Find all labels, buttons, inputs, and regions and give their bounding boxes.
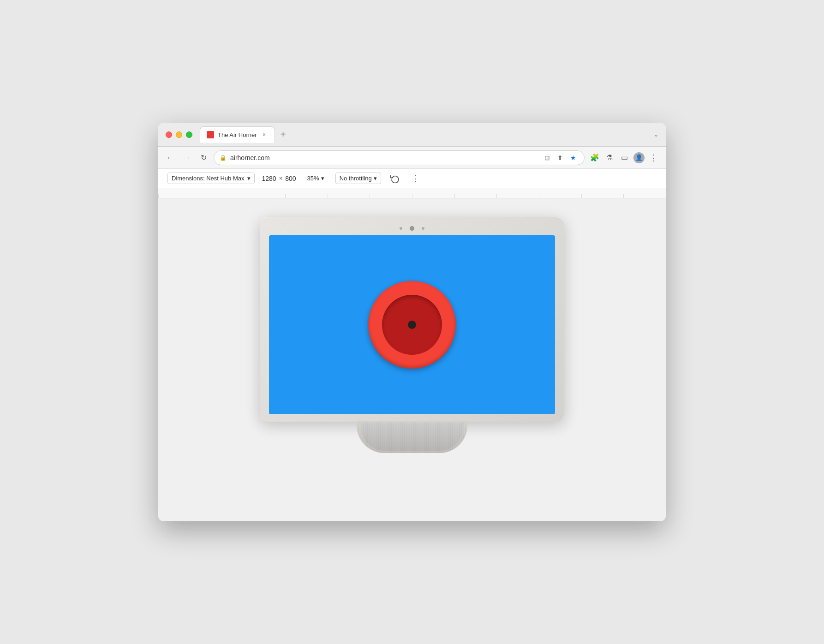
profile-icon[interactable]: 👤 [633,151,645,164]
ruler-mark [285,194,328,198]
device-name-label: Dimensions: Nest Hub Max [172,175,245,182]
tab-bar: The Air Horner × + ⌄ [200,126,658,143]
device-toolbar: Dimensions: Nest Hub Max ▾ 1280 × 800 35… [158,169,666,188]
minimize-button[interactable] [176,131,182,138]
device-indicator-left [400,227,402,230]
zoom-dropdown-icon: ▾ [321,175,324,182]
ruler-mark [412,194,454,198]
throttle-selector[interactable]: No throttling ▾ [335,173,381,184]
device-selector[interactable]: Dimensions: Nest Hub Max ▾ [167,173,255,184]
device-screen[interactable] [269,235,555,414]
device-stand [357,421,467,453]
ruler-mark [623,194,666,198]
nav-bar: ← → ↻ 🔒 airhorner.com ⊡ ⬆ ★ 🧩 ⚗ ▭ 👤 ⋮ [158,147,666,169]
ruler-mark [496,194,539,198]
lock-icon: 🔒 [220,155,227,161]
zoom-value: 35% [307,175,319,182]
dimensions-separator: × [279,175,283,182]
device-stand-inner [361,423,463,451]
rotate-button[interactable] [388,172,401,185]
url-text: airhorner.com [230,154,538,161]
ruler-mark [581,194,624,198]
forward-button[interactable]: → [180,151,193,164]
dimensions-display: 1280 × 800 [262,175,296,182]
ruler-mark [158,194,201,198]
extensions-icon[interactable]: 🧩 [588,151,601,164]
device-indicator-right [422,227,424,230]
ruler-marks [158,188,666,198]
address-actions: ⊡ ⬆ ★ [542,152,579,163]
tab-close-button[interactable]: × [261,131,268,138]
device-dropdown-icon: ▾ [247,175,251,182]
zoom-selector[interactable]: 35% ▾ [304,173,328,183]
back-button[interactable]: ← [164,151,177,164]
title-bar: The Air Horner × + ⌄ [158,123,666,147]
chrome-menu-icon[interactable]: ⋮ [647,151,660,164]
cast-icon[interactable]: ▭ [618,151,631,164]
flask-icon[interactable]: ⚗ [603,151,616,164]
device-camera [410,226,414,231]
ruler-mark [201,194,243,198]
traffic-lights [166,131,192,138]
active-tab[interactable]: The Air Horner × [200,126,275,143]
new-tab-button[interactable]: + [277,128,290,141]
viewport-width: 1280 [262,175,276,182]
close-button[interactable] [166,131,172,138]
profile-avatar: 👤 [633,152,645,163]
horn-inner [382,295,442,355]
throttle-dropdown-icon: ▾ [374,175,377,182]
throttle-value: No throttling [340,175,372,182]
ruler-mark [243,194,285,198]
toolbar-icons: 🧩 ⚗ ▭ 👤 ⋮ [588,151,660,164]
device-toolbar-more-button[interactable]: ⋮ [409,172,422,185]
bookmark-icon[interactable]: ★ [567,152,579,163]
ruler-mark [370,194,412,198]
share-icon[interactable]: ⬆ [555,152,566,163]
ruler-mark [328,194,370,198]
tab-favicon [207,131,214,138]
device-body [260,217,564,422]
ruler-mark [454,194,497,198]
viewport-height: 800 [285,175,296,182]
ruler [158,188,666,198]
browser-window: The Air Horner × + ⌄ ← → ↻ 🔒 airhorner.c… [158,123,666,521]
device-mockup [260,217,564,453]
tab-title: The Air Horner [218,131,257,138]
open-in-new-tab-icon[interactable]: ⊡ [542,152,553,163]
horn-center [408,321,416,329]
refresh-button[interactable]: ↻ [197,151,210,164]
horn-button[interactable] [368,281,456,369]
maximize-button[interactable] [186,131,192,138]
ruler-mark [539,194,581,198]
tabs-chevron-icon[interactable]: ⌄ [654,131,658,138]
device-top-bar [269,226,555,231]
rotate-icon [390,174,400,183]
address-bar[interactable]: 🔒 airhorner.com ⊡ ⬆ ★ [214,150,585,165]
viewport-area [158,198,666,521]
